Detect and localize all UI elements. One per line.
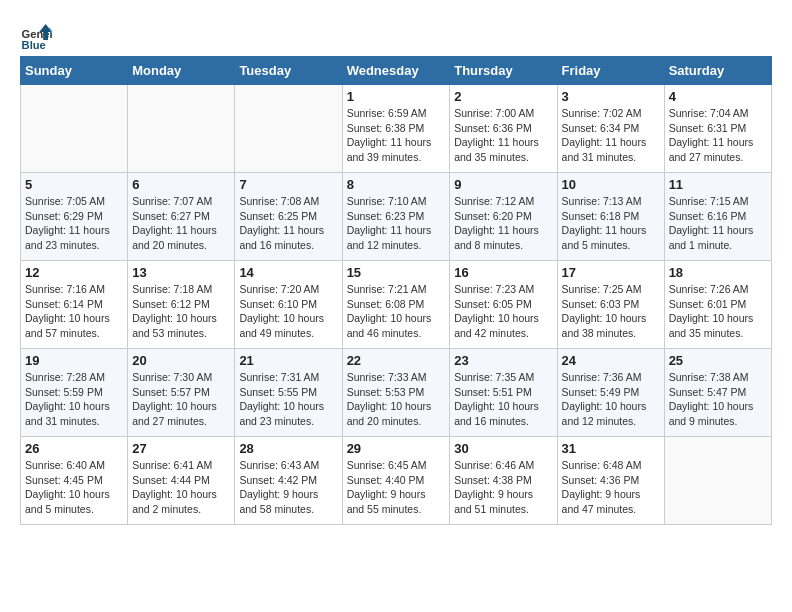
day-number: 25 xyxy=(669,353,767,368)
day-number: 18 xyxy=(669,265,767,280)
day-info: Sunrise: 6:41 AM Sunset: 4:44 PM Dayligh… xyxy=(132,458,230,517)
day-info: Sunrise: 6:59 AM Sunset: 6:38 PM Dayligh… xyxy=(347,106,446,165)
day-info: Sunrise: 7:07 AM Sunset: 6:27 PM Dayligh… xyxy=(132,194,230,253)
day-number: 13 xyxy=(132,265,230,280)
day-info: Sunrise: 7:15 AM Sunset: 6:16 PM Dayligh… xyxy=(669,194,767,253)
day-info: Sunrise: 7:08 AM Sunset: 6:25 PM Dayligh… xyxy=(239,194,337,253)
calendar-cell: 25Sunrise: 7:38 AM Sunset: 5:47 PM Dayli… xyxy=(664,349,771,437)
day-number: 17 xyxy=(562,265,660,280)
day-number: 6 xyxy=(132,177,230,192)
day-header-saturday: Saturday xyxy=(664,57,771,85)
calendar-cell: 18Sunrise: 7:26 AM Sunset: 6:01 PM Dayli… xyxy=(664,261,771,349)
day-info: Sunrise: 7:38 AM Sunset: 5:47 PM Dayligh… xyxy=(669,370,767,429)
calendar-week-row: 12Sunrise: 7:16 AM Sunset: 6:14 PM Dayli… xyxy=(21,261,772,349)
day-number: 28 xyxy=(239,441,337,456)
page-container: General Blue SundayMondayTuesdayWednesda… xyxy=(20,20,772,525)
day-header-row: SundayMondayTuesdayWednesdayThursdayFrid… xyxy=(21,57,772,85)
day-number: 24 xyxy=(562,353,660,368)
calendar-week-row: 19Sunrise: 7:28 AM Sunset: 5:59 PM Dayli… xyxy=(21,349,772,437)
calendar-cell: 26Sunrise: 6:40 AM Sunset: 4:45 PM Dayli… xyxy=(21,437,128,525)
calendar-cell xyxy=(664,437,771,525)
calendar-cell: 13Sunrise: 7:18 AM Sunset: 6:12 PM Dayli… xyxy=(128,261,235,349)
calendar-cell xyxy=(235,85,342,173)
calendar-cell: 15Sunrise: 7:21 AM Sunset: 6:08 PM Dayli… xyxy=(342,261,450,349)
day-number: 26 xyxy=(25,441,123,456)
day-number: 29 xyxy=(347,441,446,456)
day-number: 4 xyxy=(669,89,767,104)
day-info: Sunrise: 6:46 AM Sunset: 4:38 PM Dayligh… xyxy=(454,458,552,517)
calendar-table: SundayMondayTuesdayWednesdayThursdayFrid… xyxy=(20,56,772,525)
day-header-friday: Friday xyxy=(557,57,664,85)
day-header-sunday: Sunday xyxy=(21,57,128,85)
day-info: Sunrise: 7:31 AM Sunset: 5:55 PM Dayligh… xyxy=(239,370,337,429)
calendar-cell: 14Sunrise: 7:20 AM Sunset: 6:10 PM Dayli… xyxy=(235,261,342,349)
logo-icon: General Blue xyxy=(20,20,52,52)
calendar-cell: 11Sunrise: 7:15 AM Sunset: 6:16 PM Dayli… xyxy=(664,173,771,261)
day-number: 16 xyxy=(454,265,552,280)
calendar-cell: 27Sunrise: 6:41 AM Sunset: 4:44 PM Dayli… xyxy=(128,437,235,525)
day-info: Sunrise: 7:02 AM Sunset: 6:34 PM Dayligh… xyxy=(562,106,660,165)
day-info: Sunrise: 7:16 AM Sunset: 6:14 PM Dayligh… xyxy=(25,282,123,341)
header: General Blue xyxy=(20,20,772,52)
calendar-cell: 10Sunrise: 7:13 AM Sunset: 6:18 PM Dayli… xyxy=(557,173,664,261)
day-info: Sunrise: 7:00 AM Sunset: 6:36 PM Dayligh… xyxy=(454,106,552,165)
day-info: Sunrise: 7:30 AM Sunset: 5:57 PM Dayligh… xyxy=(132,370,230,429)
logo-area: General Blue xyxy=(20,20,54,52)
calendar-cell: 16Sunrise: 7:23 AM Sunset: 6:05 PM Dayli… xyxy=(450,261,557,349)
day-number: 11 xyxy=(669,177,767,192)
calendar-cell: 3Sunrise: 7:02 AM Sunset: 6:34 PM Daylig… xyxy=(557,85,664,173)
day-header-tuesday: Tuesday xyxy=(235,57,342,85)
calendar-cell xyxy=(128,85,235,173)
calendar-cell: 31Sunrise: 6:48 AM Sunset: 4:36 PM Dayli… xyxy=(557,437,664,525)
day-info: Sunrise: 7:28 AM Sunset: 5:59 PM Dayligh… xyxy=(25,370,123,429)
day-number: 5 xyxy=(25,177,123,192)
day-info: Sunrise: 7:13 AM Sunset: 6:18 PM Dayligh… xyxy=(562,194,660,253)
day-info: Sunrise: 7:33 AM Sunset: 5:53 PM Dayligh… xyxy=(347,370,446,429)
calendar-cell: 12Sunrise: 7:16 AM Sunset: 6:14 PM Dayli… xyxy=(21,261,128,349)
day-number: 21 xyxy=(239,353,337,368)
calendar-cell: 30Sunrise: 6:46 AM Sunset: 4:38 PM Dayli… xyxy=(450,437,557,525)
calendar-cell: 17Sunrise: 7:25 AM Sunset: 6:03 PM Dayli… xyxy=(557,261,664,349)
day-number: 19 xyxy=(25,353,123,368)
day-info: Sunrise: 7:18 AM Sunset: 6:12 PM Dayligh… xyxy=(132,282,230,341)
day-header-thursday: Thursday xyxy=(450,57,557,85)
calendar-cell: 21Sunrise: 7:31 AM Sunset: 5:55 PM Dayli… xyxy=(235,349,342,437)
calendar-cell: 19Sunrise: 7:28 AM Sunset: 5:59 PM Dayli… xyxy=(21,349,128,437)
calendar-cell: 7Sunrise: 7:08 AM Sunset: 6:25 PM Daylig… xyxy=(235,173,342,261)
day-number: 30 xyxy=(454,441,552,456)
calendar-week-row: 1Sunrise: 6:59 AM Sunset: 6:38 PM Daylig… xyxy=(21,85,772,173)
day-info: Sunrise: 7:04 AM Sunset: 6:31 PM Dayligh… xyxy=(669,106,767,165)
day-info: Sunrise: 6:48 AM Sunset: 4:36 PM Dayligh… xyxy=(562,458,660,517)
day-number: 10 xyxy=(562,177,660,192)
day-info: Sunrise: 6:40 AM Sunset: 4:45 PM Dayligh… xyxy=(25,458,123,517)
calendar-cell: 24Sunrise: 7:36 AM Sunset: 5:49 PM Dayli… xyxy=(557,349,664,437)
day-number: 8 xyxy=(347,177,446,192)
day-info: Sunrise: 6:45 AM Sunset: 4:40 PM Dayligh… xyxy=(347,458,446,517)
day-info: Sunrise: 7:12 AM Sunset: 6:20 PM Dayligh… xyxy=(454,194,552,253)
day-number: 12 xyxy=(25,265,123,280)
day-number: 3 xyxy=(562,89,660,104)
day-info: Sunrise: 7:20 AM Sunset: 6:10 PM Dayligh… xyxy=(239,282,337,341)
calendar-cell: 8Sunrise: 7:10 AM Sunset: 6:23 PM Daylig… xyxy=(342,173,450,261)
day-number: 2 xyxy=(454,89,552,104)
day-info: Sunrise: 7:35 AM Sunset: 5:51 PM Dayligh… xyxy=(454,370,552,429)
day-info: Sunrise: 7:05 AM Sunset: 6:29 PM Dayligh… xyxy=(25,194,123,253)
day-header-wednesday: Wednesday xyxy=(342,57,450,85)
calendar-cell: 29Sunrise: 6:45 AM Sunset: 4:40 PM Dayli… xyxy=(342,437,450,525)
day-number: 15 xyxy=(347,265,446,280)
calendar-week-row: 5Sunrise: 7:05 AM Sunset: 6:29 PM Daylig… xyxy=(21,173,772,261)
day-info: Sunrise: 7:21 AM Sunset: 6:08 PM Dayligh… xyxy=(347,282,446,341)
day-number: 23 xyxy=(454,353,552,368)
day-info: Sunrise: 7:23 AM Sunset: 6:05 PM Dayligh… xyxy=(454,282,552,341)
calendar-cell: 9Sunrise: 7:12 AM Sunset: 6:20 PM Daylig… xyxy=(450,173,557,261)
calendar-cell: 28Sunrise: 6:43 AM Sunset: 4:42 PM Dayli… xyxy=(235,437,342,525)
calendar-cell: 22Sunrise: 7:33 AM Sunset: 5:53 PM Dayli… xyxy=(342,349,450,437)
calendar-cell: 1Sunrise: 6:59 AM Sunset: 6:38 PM Daylig… xyxy=(342,85,450,173)
calendar-cell: 4Sunrise: 7:04 AM Sunset: 6:31 PM Daylig… xyxy=(664,85,771,173)
calendar-cell: 20Sunrise: 7:30 AM Sunset: 5:57 PM Dayli… xyxy=(128,349,235,437)
calendar-cell: 23Sunrise: 7:35 AM Sunset: 5:51 PM Dayli… xyxy=(450,349,557,437)
calendar-cell: 6Sunrise: 7:07 AM Sunset: 6:27 PM Daylig… xyxy=(128,173,235,261)
day-number: 9 xyxy=(454,177,552,192)
day-info: Sunrise: 7:25 AM Sunset: 6:03 PM Dayligh… xyxy=(562,282,660,341)
day-header-monday: Monday xyxy=(128,57,235,85)
